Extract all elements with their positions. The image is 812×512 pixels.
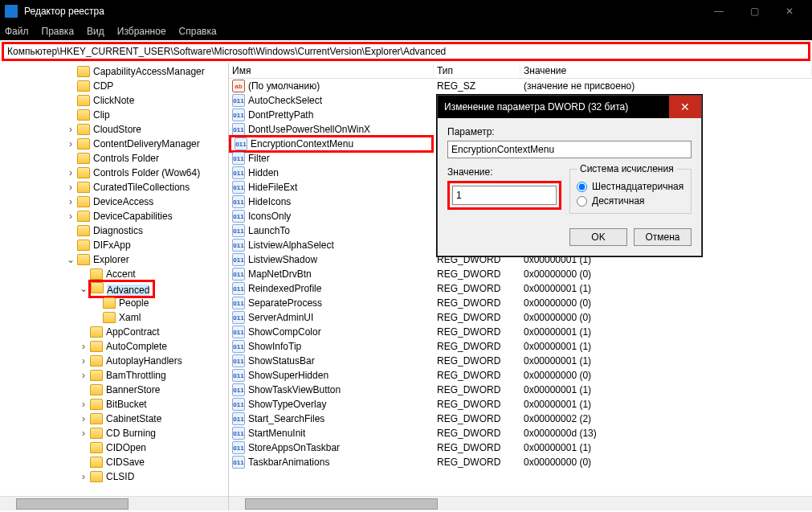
list-row[interactable]: 011StartMenuInitREG_DWORD0x0000000d (13) xyxy=(229,426,812,440)
tree-item[interactable]: BannerStore xyxy=(0,383,228,397)
tree-item[interactable]: CIDOpen xyxy=(0,440,228,455)
tree-item[interactable]: Controls Folder xyxy=(0,151,228,166)
dword-value-icon: 011 xyxy=(232,340,245,353)
address-bar[interactable]: Компьютер\HKEY_CURRENT_USER\Software\Mic… xyxy=(2,42,810,61)
tree-item-label: CDP xyxy=(93,80,113,92)
tree-scroll[interactable]: CapabilityAccessManagerCDPClickNoteClip›… xyxy=(0,63,228,496)
radio-dec[interactable] xyxy=(577,196,587,207)
tree-item-label: DeviceAccess xyxy=(93,196,153,207)
value-name: StoreAppsOnTaskbar xyxy=(248,442,340,453)
expander-icon[interactable]: › xyxy=(64,167,77,178)
list-row[interactable]: 011ServerAdminUIREG_DWORD0x00000000 (0) xyxy=(229,310,812,325)
tree-item[interactable]: ⌄Explorer xyxy=(0,252,228,267)
minimize-button[interactable]: — xyxy=(701,0,737,23)
tree-item[interactable]: CDP xyxy=(0,79,228,93)
list-row[interactable]: 011ShowTypeOverlayREG_DWORD0x00000001 (1… xyxy=(229,397,812,412)
expander-icon[interactable]: › xyxy=(64,182,77,193)
tree-item[interactable]: Diagnostics xyxy=(0,223,228,238)
tree-item[interactable]: CIDSave xyxy=(0,455,228,469)
tree-item[interactable]: ›Controls Folder (Wow64) xyxy=(0,166,228,180)
tree-item[interactable]: ›CloudStore xyxy=(0,122,228,137)
value-type: REG_DWORD xyxy=(434,326,520,338)
expander-icon[interactable]: › xyxy=(64,196,77,207)
tree-item[interactable]: ›CLSID xyxy=(0,469,228,484)
list-row[interactable]: 011ShowTaskViewButtonREG_DWORD0x00000001… xyxy=(229,383,812,397)
list-row[interactable]: 011MapNetDrvBtnREG_DWORD0x00000000 (0) xyxy=(229,267,812,281)
value-data: 0x00000001 (1) xyxy=(520,355,812,367)
tree-item[interactable]: People xyxy=(0,296,228,310)
tree-item[interactable]: CapabilityAccessManager xyxy=(0,64,228,79)
tree-item[interactable]: ›CabinetState xyxy=(0,412,228,426)
list-hscroll[interactable] xyxy=(229,496,812,510)
menu-view[interactable]: Вид xyxy=(87,26,104,37)
ok-button[interactable]: OK xyxy=(569,228,627,246)
tree-item[interactable]: Xaml xyxy=(0,310,228,325)
radio-hex[interactable] xyxy=(577,182,587,192)
expander-icon[interactable]: › xyxy=(77,399,90,410)
expander-icon[interactable]: › xyxy=(77,370,90,381)
string-value-icon: ab xyxy=(232,80,245,92)
expander-icon[interactable]: › xyxy=(77,341,90,352)
value-data: 0x00000000 (0) xyxy=(520,297,812,309)
expander-icon[interactable]: › xyxy=(77,471,90,482)
list-row[interactable]: 011ShowInfoTipREG_DWORD0x00000001 (1) xyxy=(229,339,812,354)
menu-file[interactable]: Файл xyxy=(5,26,29,37)
tree-item[interactable]: ›ContentDeliveryManager xyxy=(0,137,228,151)
expander-icon[interactable]: › xyxy=(64,211,77,222)
tree-item[interactable]: ›CD Burning xyxy=(0,426,228,440)
tree-item[interactable]: Clip xyxy=(0,108,228,122)
tree-item[interactable]: ›AutoplayHandlers xyxy=(0,354,228,368)
expander-icon[interactable]: › xyxy=(77,355,90,367)
folder-icon xyxy=(77,124,90,135)
tree-hscroll[interactable] xyxy=(0,496,228,510)
list-row[interactable]: 011StoreAppsOnTaskbarREG_DWORD0x00000001… xyxy=(229,440,812,455)
radio-dec-label: Десятичная xyxy=(592,195,645,207)
list-row[interactable]: ab(По умолчанию)REG_SZ(значение не присв… xyxy=(229,79,812,93)
list-row[interactable]: 011Start_SearchFilesREG_DWORD0x00000002 … xyxy=(229,412,812,426)
tree-item[interactable]: ›BitBucket xyxy=(0,397,228,412)
expander-icon[interactable]: ⌄ xyxy=(64,254,77,265)
tree-item[interactable]: ⌄Advanced xyxy=(0,281,228,296)
menu-edit[interactable]: Правка xyxy=(42,26,75,37)
tree-item[interactable]: ›DeviceCapabilities xyxy=(0,209,228,223)
list-row[interactable]: 011ShowStatusBarREG_DWORD0x00000001 (1) xyxy=(229,354,812,368)
folder-icon xyxy=(77,196,90,207)
dialog-titlebar: Изменение параметра DWORD (32 бита) ✕ xyxy=(438,96,701,118)
tree-item[interactable]: ›AutoComplete xyxy=(0,339,228,354)
cancel-button[interactable]: Отмена xyxy=(634,228,692,246)
menu-favorites[interactable]: Избранное xyxy=(117,26,166,37)
dialog-close-button[interactable]: ✕ xyxy=(669,96,701,118)
expander-icon[interactable]: › xyxy=(77,428,90,439)
tree-item-label: CuratedTileCollections xyxy=(93,182,190,193)
folder-icon xyxy=(77,167,90,178)
list-row[interactable]: 011SeparateProcessREG_DWORD0x00000000 (0… xyxy=(229,296,812,310)
tree-item[interactable]: ClickNote xyxy=(0,93,228,108)
tree-item[interactable]: AppContract xyxy=(0,325,228,339)
maximize-button[interactable]: ▢ xyxy=(737,0,772,23)
list-row[interactable]: 011ReindexedProfileREG_DWORD0x00000001 (… xyxy=(229,281,812,296)
tree-item[interactable]: ›BamThrottling xyxy=(0,368,228,383)
menu-help[interactable]: Справка xyxy=(179,26,217,37)
value-name: ShowInfoTip xyxy=(248,341,301,352)
col-header-name[interactable]: Имя xyxy=(229,65,434,76)
expander-icon[interactable]: › xyxy=(64,124,77,135)
param-name-input[interactable] xyxy=(447,141,692,158)
value-data: 0x00000001 (1) xyxy=(520,399,812,410)
tree-item[interactable]: ›DeviceAccess xyxy=(0,195,228,209)
dword-value-icon: 011 xyxy=(232,224,245,237)
tree-item[interactable]: DIFxApp xyxy=(0,238,228,252)
value-type: REG_DWORD xyxy=(434,370,520,381)
expander-icon[interactable]: › xyxy=(64,138,77,150)
tree-item[interactable]: ›CuratedTileCollections xyxy=(0,180,228,195)
list-row[interactable]: 011TaskbarAnimationsREG_DWORD0x00000000 … xyxy=(229,455,812,469)
list-row[interactable]: 011ShowSuperHiddenREG_DWORD0x00000000 (0… xyxy=(229,368,812,383)
col-header-value[interactable]: Значение xyxy=(520,65,812,76)
tree-item-label: ContentDeliveryManager xyxy=(93,138,200,150)
expander-icon[interactable]: › xyxy=(77,413,90,424)
dword-value-icon: 011 xyxy=(232,152,245,165)
list-row[interactable]: 011ShowCompColorREG_DWORD0x00000001 (1) xyxy=(229,325,812,339)
col-header-type[interactable]: Тип xyxy=(434,65,520,76)
close-window-button[interactable]: ✕ xyxy=(772,0,807,23)
window-title: Редактор реестра xyxy=(24,6,701,17)
value-input[interactable] xyxy=(452,186,557,205)
